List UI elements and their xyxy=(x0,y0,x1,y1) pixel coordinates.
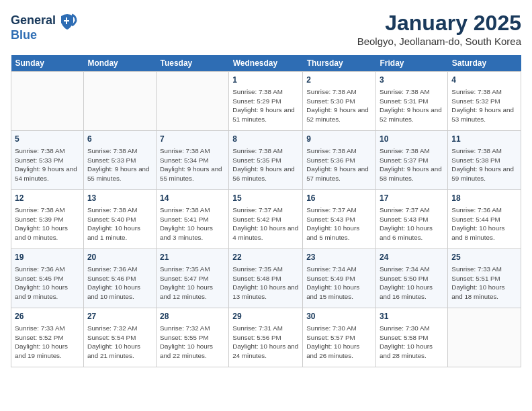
day-info: Sunrise: 7:38 AM Sunset: 5:39 PM Dayligh… xyxy=(15,205,80,242)
page-header: General Blue January 2025 Beolgyo, Jeoll… xyxy=(11,11,521,47)
month-title: January 2025 xyxy=(357,11,521,36)
day-cell-31: 31Sunrise: 7:30 AM Sunset: 5:58 PM Dayli… xyxy=(376,308,448,367)
day-info: Sunrise: 7:38 AM Sunset: 5:41 PM Dayligh… xyxy=(160,205,225,242)
day-cell-12: 12Sunrise: 7:38 AM Sunset: 5:39 PM Dayli… xyxy=(11,190,84,249)
day-cell-28: 28Sunrise: 7:32 AM Sunset: 5:55 PM Dayli… xyxy=(156,308,228,367)
day-cell-22: 22Sunrise: 7:35 AM Sunset: 5:48 PM Dayli… xyxy=(229,249,303,308)
day-info: Sunrise: 7:38 AM Sunset: 5:33 PM Dayligh… xyxy=(87,146,152,183)
day-number: 21 xyxy=(160,252,225,263)
day-header-sunday: Sunday xyxy=(11,55,84,72)
logo: General Blue xyxy=(11,11,77,42)
day-cell-19: 19Sunrise: 7:36 AM Sunset: 5:45 PM Dayli… xyxy=(11,249,84,308)
day-header-monday: Monday xyxy=(83,55,156,72)
day-number: 30 xyxy=(306,311,372,322)
day-number: 27 xyxy=(87,311,152,322)
day-info: Sunrise: 7:35 AM Sunset: 5:48 PM Dayligh… xyxy=(232,265,299,302)
day-cell-17: 17Sunrise: 7:37 AM Sunset: 5:43 PM Dayli… xyxy=(376,190,448,249)
title-block: January 2025 Beolgyo, Jeollanam-do, Sout… xyxy=(357,11,521,47)
day-cell-30: 30Sunrise: 7:30 AM Sunset: 5:57 PM Dayli… xyxy=(303,308,376,367)
day-info: Sunrise: 7:38 AM Sunset: 5:36 PM Dayligh… xyxy=(306,146,372,183)
day-header-thursday: Thursday xyxy=(303,55,376,72)
day-info: Sunrise: 7:38 AM Sunset: 5:40 PM Dayligh… xyxy=(87,205,152,242)
day-number: 20 xyxy=(87,252,152,263)
day-number: 5 xyxy=(15,134,80,145)
days-header-row: SundayMondayTuesdayWednesdayThursdayFrid… xyxy=(11,55,521,72)
day-number: 26 xyxy=(15,311,80,322)
week-row-2: 5Sunrise: 7:38 AM Sunset: 5:33 PM Daylig… xyxy=(11,131,521,190)
day-cell-23: 23Sunrise: 7:34 AM Sunset: 5:49 PM Dayli… xyxy=(303,249,376,308)
day-info: Sunrise: 7:31 AM Sunset: 5:56 PM Dayligh… xyxy=(232,324,299,361)
day-cell-29: 29Sunrise: 7:31 AM Sunset: 5:56 PM Dayli… xyxy=(229,308,303,367)
day-number: 2 xyxy=(306,75,372,86)
day-number: 6 xyxy=(87,134,152,145)
day-info: Sunrise: 7:36 AM Sunset: 5:46 PM Dayligh… xyxy=(87,265,152,302)
day-cell-14: 14Sunrise: 7:38 AM Sunset: 5:41 PM Dayli… xyxy=(156,190,228,249)
day-info: Sunrise: 7:32 AM Sunset: 5:54 PM Dayligh… xyxy=(87,324,152,361)
day-info: Sunrise: 7:38 AM Sunset: 5:33 PM Dayligh… xyxy=(15,146,80,183)
day-info: Sunrise: 7:38 AM Sunset: 5:35 PM Dayligh… xyxy=(232,146,299,183)
day-cell-5: 5Sunrise: 7:38 AM Sunset: 5:33 PM Daylig… xyxy=(11,131,84,190)
day-cell-10: 10Sunrise: 7:38 AM Sunset: 5:37 PM Dayli… xyxy=(376,131,448,190)
day-cell-4: 4Sunrise: 7:38 AM Sunset: 5:32 PM Daylig… xyxy=(448,72,521,131)
calendar-table: SundayMondayTuesdayWednesdayThursdayFrid… xyxy=(11,55,521,367)
day-cell-7: 7Sunrise: 7:38 AM Sunset: 5:34 PM Daylig… xyxy=(156,131,228,190)
day-info: Sunrise: 7:35 AM Sunset: 5:47 PM Dayligh… xyxy=(160,265,225,302)
day-cell-26: 26Sunrise: 7:33 AM Sunset: 5:52 PM Dayli… xyxy=(11,308,84,367)
week-row-4: 19Sunrise: 7:36 AM Sunset: 5:45 PM Dayli… xyxy=(11,249,521,308)
week-row-1: 1Sunrise: 7:38 AM Sunset: 5:29 PM Daylig… xyxy=(11,72,521,131)
day-cell-21: 21Sunrise: 7:35 AM Sunset: 5:47 PM Dayli… xyxy=(156,249,228,308)
empty-cell xyxy=(83,72,156,131)
day-info: Sunrise: 7:38 AM Sunset: 5:38 PM Dayligh… xyxy=(451,146,517,183)
day-number: 14 xyxy=(160,193,225,204)
day-number: 1 xyxy=(232,75,299,86)
day-info: Sunrise: 7:38 AM Sunset: 5:31 PM Dayligh… xyxy=(380,87,444,124)
day-info: Sunrise: 7:36 AM Sunset: 5:45 PM Dayligh… xyxy=(15,265,80,302)
day-cell-16: 16Sunrise: 7:37 AM Sunset: 5:43 PM Dayli… xyxy=(303,190,376,249)
day-info: Sunrise: 7:34 AM Sunset: 5:50 PM Dayligh… xyxy=(380,265,444,302)
day-info: Sunrise: 7:34 AM Sunset: 5:49 PM Dayligh… xyxy=(306,265,372,302)
day-info: Sunrise: 7:30 AM Sunset: 5:58 PM Dayligh… xyxy=(380,324,444,361)
day-cell-2: 2Sunrise: 7:38 AM Sunset: 5:30 PM Daylig… xyxy=(303,72,376,131)
day-cell-1: 1Sunrise: 7:38 AM Sunset: 5:29 PM Daylig… xyxy=(229,72,303,131)
day-number: 11 xyxy=(451,134,517,145)
day-number: 31 xyxy=(380,311,444,322)
day-number: 3 xyxy=(380,75,444,86)
day-cell-9: 9Sunrise: 7:38 AM Sunset: 5:36 PM Daylig… xyxy=(303,131,376,190)
empty-cell xyxy=(156,72,228,131)
day-info: Sunrise: 7:32 AM Sunset: 5:55 PM Dayligh… xyxy=(160,324,225,361)
day-cell-13: 13Sunrise: 7:38 AM Sunset: 5:40 PM Dayli… xyxy=(83,190,156,249)
day-info: Sunrise: 7:38 AM Sunset: 5:30 PM Dayligh… xyxy=(306,87,372,124)
day-header-tuesday: Tuesday xyxy=(156,55,228,72)
day-cell-24: 24Sunrise: 7:34 AM Sunset: 5:50 PM Dayli… xyxy=(376,249,448,308)
day-header-wednesday: Wednesday xyxy=(229,55,303,72)
day-number: 18 xyxy=(451,193,517,204)
day-number: 4 xyxy=(451,75,517,86)
day-cell-11: 11Sunrise: 7:38 AM Sunset: 5:38 PM Dayli… xyxy=(448,131,521,190)
day-number: 25 xyxy=(451,252,517,263)
day-info: Sunrise: 7:37 AM Sunset: 5:43 PM Dayligh… xyxy=(380,205,444,242)
day-cell-6: 6Sunrise: 7:38 AM Sunset: 5:33 PM Daylig… xyxy=(83,131,156,190)
day-number: 19 xyxy=(15,252,80,263)
day-number: 22 xyxy=(232,252,299,263)
day-number: 15 xyxy=(232,193,299,204)
day-info: Sunrise: 7:30 AM Sunset: 5:57 PM Dayligh… xyxy=(306,324,372,361)
day-info: Sunrise: 7:38 AM Sunset: 5:34 PM Dayligh… xyxy=(160,146,225,183)
week-row-5: 26Sunrise: 7:33 AM Sunset: 5:52 PM Dayli… xyxy=(11,308,521,367)
day-header-friday: Friday xyxy=(376,55,448,72)
day-cell-18: 18Sunrise: 7:36 AM Sunset: 5:44 PM Dayli… xyxy=(448,190,521,249)
day-info: Sunrise: 7:37 AM Sunset: 5:42 PM Dayligh… xyxy=(232,205,299,242)
day-header-saturday: Saturday xyxy=(448,55,521,72)
day-number: 9 xyxy=(306,134,372,145)
day-cell-25: 25Sunrise: 7:33 AM Sunset: 5:51 PM Dayli… xyxy=(448,249,521,308)
day-number: 7 xyxy=(160,134,225,145)
day-info: Sunrise: 7:38 AM Sunset: 5:32 PM Dayligh… xyxy=(451,87,517,124)
location: Beolgyo, Jeollanam-do, South Korea xyxy=(357,36,521,47)
day-info: Sunrise: 7:33 AM Sunset: 5:52 PM Dayligh… xyxy=(15,324,80,361)
day-number: 24 xyxy=(380,252,444,263)
day-number: 13 xyxy=(87,193,152,204)
day-number: 8 xyxy=(232,134,299,145)
day-info: Sunrise: 7:33 AM Sunset: 5:51 PM Dayligh… xyxy=(451,265,517,302)
day-cell-3: 3Sunrise: 7:38 AM Sunset: 5:31 PM Daylig… xyxy=(376,72,448,131)
empty-cell xyxy=(11,72,84,131)
day-number: 12 xyxy=(15,193,80,204)
